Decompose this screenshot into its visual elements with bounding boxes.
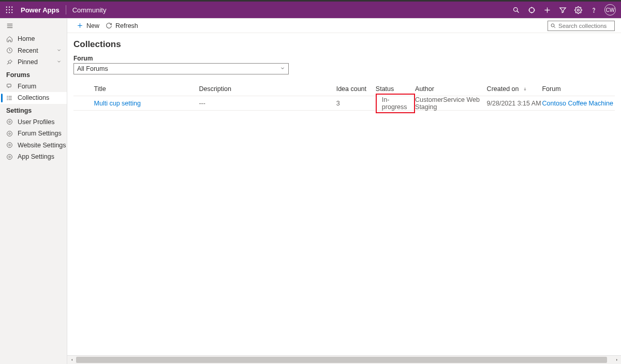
sidebar: Home Recent Pinned Forums Forum Collecti… xyxy=(0,19,67,364)
app-name[interactable]: Power Apps xyxy=(17,6,64,14)
svg-point-11 xyxy=(529,7,534,12)
sort-desc-icon xyxy=(521,85,527,93)
svg-point-9 xyxy=(513,7,518,11)
sidebar-item-pinned[interactable]: Pinned xyxy=(0,56,67,68)
sidebar-item-label: Collections xyxy=(18,94,49,101)
gear-icon xyxy=(6,130,16,137)
col-created-on[interactable]: Created on xyxy=(487,85,542,93)
svg-point-19 xyxy=(594,11,594,12)
sidebar-item-forum[interactable]: Forum xyxy=(0,81,67,93)
svg-point-29 xyxy=(7,98,8,98)
sidebar-item-collections[interactable]: Collections xyxy=(0,92,67,104)
sidebar-item-label: Forum Settings xyxy=(18,130,62,137)
svg-rect-24 xyxy=(7,84,11,87)
filter-icon[interactable] xyxy=(555,2,570,18)
sidebar-item-home[interactable]: Home xyxy=(0,33,67,45)
col-title[interactable]: Title xyxy=(94,85,199,93)
svg-point-7 xyxy=(9,12,10,13)
col-forum[interactable]: Forum xyxy=(542,85,615,93)
svg-point-37 xyxy=(9,156,10,158)
environment-name[interactable]: Community xyxy=(68,6,111,14)
waffle-icon[interactable] xyxy=(2,6,17,13)
sidebar-heading-forums: Forums xyxy=(0,68,67,81)
col-author[interactable]: Author xyxy=(415,85,487,93)
row-author: CustomerService Web Staging xyxy=(415,96,487,111)
search-input[interactable] xyxy=(558,23,612,29)
svg-line-10 xyxy=(517,11,519,12)
svg-point-18 xyxy=(577,9,579,11)
app-header: Power Apps Community CW xyxy=(0,2,621,18)
search-icon[interactable] xyxy=(508,2,524,18)
cmd-label: New xyxy=(86,22,99,29)
svg-point-36 xyxy=(7,143,12,148)
forum-icon xyxy=(6,83,16,89)
refresh-button[interactable]: Refresh xyxy=(102,19,141,33)
command-bar: New Refresh xyxy=(67,19,621,33)
sidebar-item-app-settings[interactable]: App Settings xyxy=(0,151,67,163)
forum-select[interactable]: All Forums xyxy=(73,63,289,74)
refresh-icon xyxy=(106,22,112,29)
svg-point-28 xyxy=(7,96,8,96)
svg-point-0 xyxy=(6,7,7,8)
cmd-label: Refresh xyxy=(115,22,138,29)
svg-point-4 xyxy=(9,9,10,10)
svg-point-41 xyxy=(551,24,554,27)
svg-point-33 xyxy=(9,133,10,134)
col-status[interactable]: Status xyxy=(376,85,415,93)
help-icon[interactable] xyxy=(586,2,601,18)
scroll-track[interactable] xyxy=(76,356,612,364)
row-idea-count: 3 xyxy=(336,100,376,107)
clock-icon xyxy=(6,47,16,54)
sidebar-collapse-button[interactable] xyxy=(0,19,67,33)
target-icon[interactable] xyxy=(524,2,539,18)
home-icon xyxy=(6,36,16,42)
new-button[interactable]: New xyxy=(73,19,102,33)
scroll-left-icon[interactable] xyxy=(67,356,76,365)
row-description: --- xyxy=(199,100,336,107)
row-status-badge: In-progress xyxy=(376,94,415,113)
table-header-row: Title Description Idea count Status Auth… xyxy=(73,82,615,96)
sidebar-item-label: Website Settings xyxy=(18,142,66,149)
col-description[interactable]: Description xyxy=(199,85,336,93)
svg-point-34 xyxy=(7,131,12,136)
list-icon xyxy=(6,95,16,101)
svg-point-6 xyxy=(6,12,7,13)
chevron-down-icon xyxy=(56,58,62,66)
table-row[interactable]: Multi cup setting --- 3 In-progress Cust… xyxy=(73,96,615,111)
sidebar-heading-settings: Settings xyxy=(0,104,67,116)
svg-point-32 xyxy=(7,119,12,125)
sidebar-item-user-profiles[interactable]: User Profiles xyxy=(0,116,67,128)
add-icon[interactable] xyxy=(539,2,555,18)
scroll-thumb[interactable] xyxy=(76,357,607,363)
pin-icon xyxy=(6,59,16,66)
sidebar-item-label: Forum xyxy=(18,83,36,90)
chevron-down-icon xyxy=(280,65,285,72)
sidebar-item-recent[interactable]: Recent xyxy=(0,45,67,57)
svg-line-42 xyxy=(554,26,555,28)
page-title: Collections xyxy=(73,39,615,50)
header-divider xyxy=(66,5,66,14)
settings-gear-icon[interactable] xyxy=(570,2,586,18)
svg-point-38 xyxy=(7,154,12,159)
forum-filter-label: Forum xyxy=(73,55,615,62)
row-created-on: 9/28/2021 3:15 AM xyxy=(487,100,542,107)
gear-icon xyxy=(6,118,16,125)
sidebar-item-label: Home xyxy=(18,35,35,42)
gear-icon xyxy=(6,154,16,160)
row-forum-link[interactable]: Contoso Coffee Machine xyxy=(542,100,613,107)
plus-icon xyxy=(77,22,83,29)
sidebar-item-website-settings[interactable]: Website Settings xyxy=(0,140,67,151)
col-idea-count[interactable]: Idea count xyxy=(336,85,376,93)
search-box[interactable] xyxy=(548,21,615,31)
sidebar-item-forum-settings[interactable]: Forum Settings xyxy=(0,128,67,140)
forum-select-value: All Forums xyxy=(77,65,108,72)
svg-point-30 xyxy=(7,99,8,100)
row-title-link[interactable]: Multi cup setting xyxy=(94,100,141,107)
search-icon xyxy=(550,23,556,29)
svg-point-3 xyxy=(6,9,7,10)
horizontal-scrollbar[interactable] xyxy=(67,355,621,364)
sidebar-item-label: App Settings xyxy=(18,153,54,160)
user-avatar[interactable]: CW xyxy=(604,4,616,16)
sidebar-item-label: Pinned xyxy=(18,58,38,66)
scroll-right-icon[interactable] xyxy=(612,356,621,365)
